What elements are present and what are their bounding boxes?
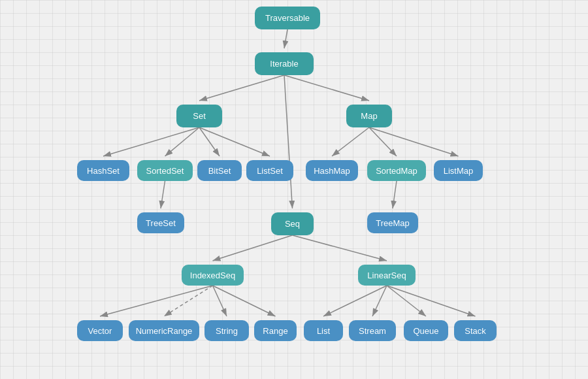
svg-line-18 [213, 286, 227, 316]
svg-line-22 [387, 286, 426, 316]
node-hashset: HashSet [77, 160, 129, 181]
node-treeset: TreeSet [137, 212, 184, 233]
node-sortedmap: SortedMap [367, 160, 426, 181]
node-map: Map [346, 105, 392, 127]
svg-line-14 [213, 235, 293, 261]
svg-line-4 [284, 75, 293, 208]
node-queue: Queue [404, 320, 448, 341]
svg-line-16 [100, 286, 213, 316]
svg-line-21 [372, 286, 387, 316]
svg-line-11 [369, 127, 459, 156]
svg-line-10 [369, 127, 397, 156]
node-sortedset: SortedSet [137, 160, 193, 181]
diagram: TraversableIterableSetMapHashSetSortedSe… [0, 0, 588, 379]
node-string: String [204, 320, 249, 341]
svg-line-23 [387, 286, 476, 316]
node-range: Range [254, 320, 297, 341]
svg-line-9 [332, 127, 369, 156]
svg-line-3 [284, 75, 369, 101]
svg-line-5 [103, 127, 199, 156]
node-listmap: ListMap [434, 160, 483, 181]
node-numericrange: NumericRange [129, 320, 199, 341]
svg-line-8 [199, 127, 270, 156]
node-traversable: Traversable [255, 7, 320, 29]
svg-line-15 [293, 235, 387, 261]
svg-line-6 [165, 127, 200, 156]
node-list: List [304, 320, 343, 341]
node-vector: Vector [77, 320, 123, 341]
node-hashmap: HashMap [306, 160, 358, 181]
svg-line-2 [199, 75, 284, 101]
node-iterable: Iterable [255, 52, 314, 75]
node-treemap: TreeMap [367, 212, 418, 233]
svg-line-7 [199, 127, 220, 156]
svg-line-1 [284, 29, 287, 48]
svg-line-20 [323, 286, 387, 316]
svg-line-17 [164, 286, 213, 316]
svg-line-12 [161, 181, 165, 208]
node-indexedseq: IndexedSeq [182, 265, 244, 286]
node-listset: ListSet [246, 160, 293, 181]
node-stack: Stack [454, 320, 497, 341]
svg-line-13 [393, 181, 397, 208]
node-linearseq: LinearSeq [358, 265, 416, 286]
node-stream: Stream [349, 320, 396, 341]
node-seq: Seq [271, 212, 314, 235]
svg-line-19 [213, 286, 276, 316]
node-bitset: BitSet [197, 160, 242, 181]
node-set: Set [176, 105, 222, 127]
